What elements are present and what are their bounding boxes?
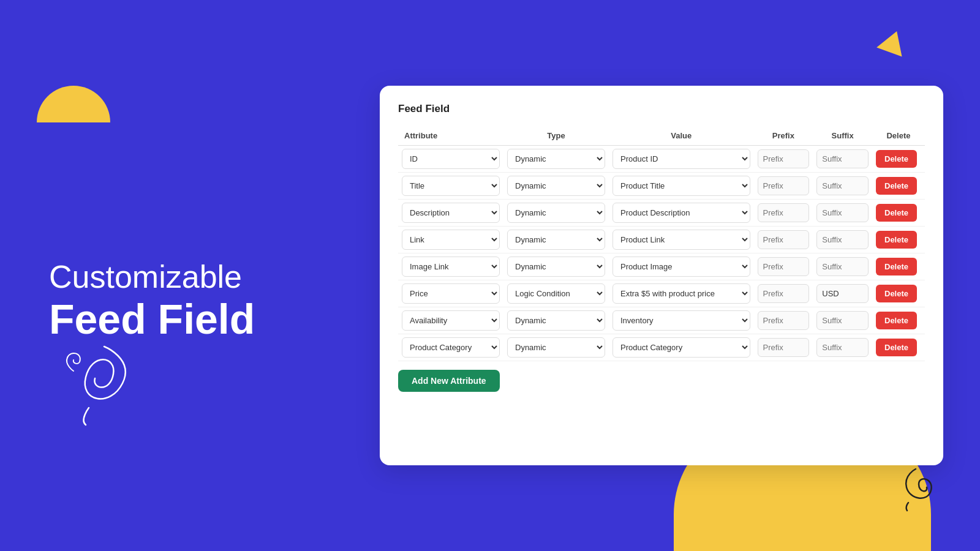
prefix-input-4[interactable] [758,257,810,276]
suffix-input-3[interactable] [816,230,869,249]
type-select-1[interactable]: Dynamic [507,176,605,196]
col-header-type: Type [503,126,609,146]
table-row: IDDynamicProduct IDDelete [398,146,925,173]
prefix-input-6[interactable] [758,311,810,330]
type-select-6[interactable]: Dynamic [507,310,605,331]
attribute-select-7[interactable]: Product Category [402,337,500,358]
type-select-3[interactable]: Dynamic [507,230,605,250]
value-select-4[interactable]: Product Image [612,257,750,277]
col-header-suffix: Suffix [813,126,872,146]
suffix-input-6[interactable] [816,311,869,330]
feed-field-card: Feed Field Attribute Type Value Prefix S… [380,86,943,465]
type-select-0[interactable]: Dynamic [507,149,605,169]
delete-button-4[interactable]: Delete [876,258,917,276]
prefix-input-7[interactable] [758,338,810,357]
type-select-5[interactable]: Logic Condition [507,283,605,304]
attribute-select-5[interactable]: Price [402,283,500,304]
swirl-decoration [55,334,135,429]
delete-button-6[interactable]: Delete [876,312,917,329]
attribute-select-4[interactable]: Image Link [402,257,500,277]
col-header-delete: Delete [872,126,925,146]
delete-button-5[interactable]: Delete [876,285,917,302]
suffix-input-5[interactable] [816,284,869,303]
suffix-input-4[interactable] [816,257,869,276]
delete-button-7[interactable]: Delete [876,339,917,356]
value-select-0[interactable]: Product ID [612,149,750,169]
suffix-input-7[interactable] [816,338,869,357]
table-row: LinkDynamicProduct LinkDelete [398,227,925,253]
attribute-select-3[interactable]: Link [402,230,500,250]
value-select-5[interactable]: Extra $5 with product price [612,283,750,304]
delete-button-3[interactable]: Delete [876,231,917,249]
add-new-attribute-button[interactable]: Add New Attribute [398,370,500,392]
prefix-input-1[interactable] [758,176,810,195]
feed-table: Attribute Type Value Prefix Suffix Delet… [398,126,925,361]
hero-text: Customizable Feed Field [49,258,343,342]
value-select-3[interactable]: Product Link [612,230,750,250]
prefix-input-3[interactable] [758,230,810,249]
value-select-6[interactable]: Inventory [612,310,750,331]
card-title: Feed Field [398,103,925,115]
hero-line1: Customizable [49,258,343,296]
value-select-1[interactable]: Product Title [612,176,750,196]
suffix-input-2[interactable] [816,203,869,222]
table-row: AvailabilityDynamicInventoryDelete [398,307,925,334]
value-select-7[interactable]: Product Category [612,337,750,358]
delete-button-1[interactable]: Delete [876,177,917,195]
attribute-select-6[interactable]: Availability [402,310,500,331]
suffix-input-1[interactable] [816,176,869,195]
attribute-select-1[interactable]: Title [402,176,500,196]
yellow-semicircle-decoration [37,86,110,122]
prefix-input-2[interactable] [758,203,810,222]
prefix-input-5[interactable] [758,284,810,303]
left-panel: Customizable Feed Field [0,0,380,551]
type-select-4[interactable]: Dynamic [507,257,605,277]
delete-button-0[interactable]: Delete [876,150,917,168]
table-row: TitleDynamicProduct TitleDelete [398,173,925,200]
col-header-attribute: Attribute [398,126,503,146]
attribute-select-0[interactable]: ID [402,149,500,169]
table-row: DescriptionDynamicProduct DescriptionDel… [398,200,925,227]
col-header-prefix: Prefix [754,126,813,146]
value-select-2[interactable]: Product Description [612,203,750,223]
scribble-decoration [897,463,946,514]
type-select-2[interactable]: Dynamic [507,203,605,223]
table-row: Product CategoryDynamicProduct CategoryD… [398,334,925,361]
delete-button-2[interactable]: Delete [876,204,917,222]
type-select-7[interactable]: Dynamic [507,337,605,358]
col-header-value: Value [609,126,754,146]
table-row: PriceLogic ConditionExtra $5 with produc… [398,280,925,307]
suffix-input-0[interactable] [816,149,869,168]
prefix-input-0[interactable] [758,149,810,168]
table-row: Image LinkDynamicProduct ImageDelete [398,253,925,280]
attribute-select-2[interactable]: Description [402,203,500,223]
